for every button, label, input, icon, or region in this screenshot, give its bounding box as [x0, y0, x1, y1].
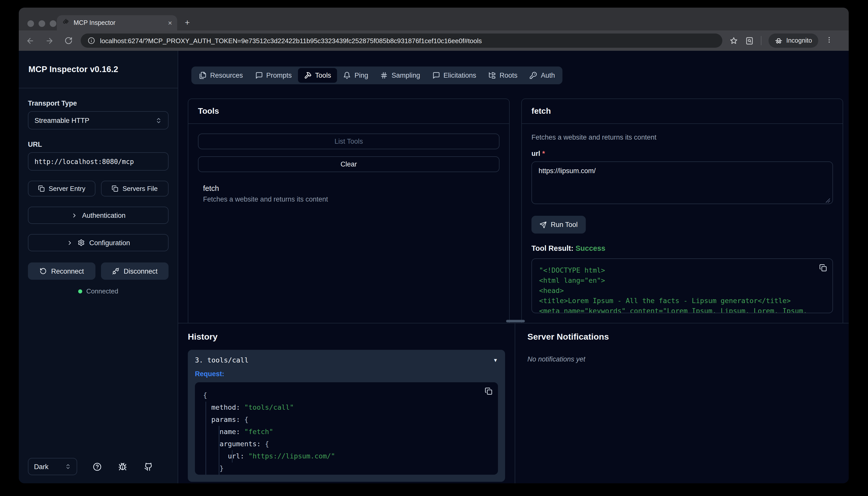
- hash-icon: [380, 72, 388, 79]
- incognito-badge: Incognito: [769, 33, 818, 48]
- zoom-window-button[interactable]: [50, 20, 56, 27]
- disconnect-button[interactable]: Disconnect: [101, 262, 169, 280]
- github-icon[interactable]: [144, 462, 153, 471]
- copy-request-icon[interactable]: [485, 387, 492, 395]
- minimize-window-button[interactable]: [38, 20, 45, 27]
- incognito-label: Incognito: [786, 37, 812, 44]
- history-title: History: [188, 332, 505, 342]
- theme-select[interactable]: Dark: [28, 458, 77, 475]
- send-icon: [540, 221, 547, 228]
- tool-name: fetch: [203, 184, 494, 192]
- back-icon[interactable]: [26, 36, 34, 45]
- run-tool-label: Run Tool: [551, 221, 578, 229]
- tab-sampling[interactable]: Sampling: [374, 68, 426, 83]
- connection-status: Connected: [28, 287, 169, 295]
- search-tabs-icon[interactable]: [745, 36, 754, 45]
- transport-type-label: Transport Type: [28, 99, 169, 107]
- nav-tabs: ResourcesPromptsToolsPingSamplingElicita…: [191, 66, 563, 84]
- resize-handle-icon[interactable]: [825, 198, 831, 203]
- authentication-label: Authentication: [82, 212, 125, 219]
- servers-file-button[interactable]: Servers File: [101, 181, 169, 197]
- hammer-icon: [304, 72, 312, 79]
- bell-icon: [343, 72, 351, 79]
- screenshot-root: MCP Inspector × +: [0, 0, 868, 496]
- app-title: MCP Inspector v0.16.2: [28, 64, 118, 74]
- url-label: URL: [28, 141, 169, 148]
- chevron-right-icon: [66, 239, 73, 246]
- history-entry[interactable]: 3. tools/call ▼ Request: { method: "tool…: [188, 350, 505, 482]
- list-tools-button[interactable]: List Tools: [198, 134, 500, 149]
- no-notifications-message: No notifications yet: [527, 355, 837, 363]
- tab-label: Elicitations: [443, 72, 476, 79]
- url-param-input[interactable]: https://lipsum.com/: [532, 161, 833, 204]
- tab-auth[interactable]: Auth: [524, 68, 561, 83]
- request-label: Request:: [195, 370, 498, 378]
- sidebar-footer: Dark: [28, 458, 169, 475]
- tab-ping[interactable]: Ping: [337, 68, 374, 83]
- tab-tools[interactable]: Tools: [298, 68, 337, 83]
- help-icon[interactable]: [93, 462, 101, 471]
- transport-type-select[interactable]: Streamable HTTP: [28, 111, 169, 129]
- authentication-button[interactable]: Authentication: [28, 207, 169, 224]
- bookmark-star-icon[interactable]: [729, 36, 738, 45]
- unplug-icon: [112, 267, 119, 275]
- site-info-icon[interactable]: [88, 37, 95, 44]
- new-tab-button[interactable]: +: [185, 18, 190, 27]
- copy-result-icon[interactable]: [819, 264, 827, 272]
- tab-label: Sampling: [392, 72, 420, 79]
- tab-prompts[interactable]: Prompts: [249, 68, 298, 83]
- sidebar: MCP Inspector v0.16.2 Transport Type Str…: [19, 51, 178, 483]
- collapse-caret-icon[interactable]: ▼: [493, 357, 498, 363]
- tab-label: Tools: [315, 72, 331, 79]
- reconnect-button[interactable]: Reconnect: [28, 262, 95, 280]
- reload-icon[interactable]: [64, 36, 73, 45]
- connected-dot: [78, 289, 82, 293]
- restart-icon: [40, 267, 46, 275]
- server-url-input[interactable]: http://localhost:8080/mcp: [28, 152, 169, 171]
- tab-title: MCP Inspector: [74, 19, 164, 26]
- server-entry-button[interactable]: Server Entry: [28, 181, 95, 197]
- tab-elicitations[interactable]: Elicitations: [426, 68, 482, 83]
- tools-panel-header: Tools: [188, 99, 509, 124]
- close-window-button[interactable]: [27, 20, 34, 27]
- json-line: url: "https://lipsum.com/": [203, 450, 478, 462]
- chevron-right-icon: [71, 212, 77, 219]
- tool-result-code: "<!DOCTYPE html> <html lang="en"> <head>…: [539, 265, 812, 313]
- main-content: ResourcesPromptsToolsPingSamplingElicita…: [178, 51, 849, 483]
- param-name: url: [532, 150, 540, 157]
- window-controls[interactable]: [27, 20, 56, 27]
- copy-icon: [112, 185, 119, 192]
- browser-menu-icon[interactable]: [825, 36, 833, 45]
- json-line: method: "tools/call": [203, 401, 478, 413]
- browser-window: MCP Inspector × +: [19, 7, 849, 483]
- tool-list-item[interactable]: fetchFetches a website and returns its c…: [203, 184, 494, 203]
- tool-detail-panel: fetch Fetches a website and returns its …: [521, 98, 843, 323]
- tools-panel: Tools List Tools Clear fetchFetches a we…: [188, 98, 510, 323]
- transport-type-value: Streamable HTTP: [34, 117, 89, 124]
- split-drag-handle[interactable]: [506, 320, 525, 322]
- json-line: arguments: {: [203, 438, 478, 450]
- tab-close-icon[interactable]: ×: [168, 19, 172, 27]
- tab-label: Prompts: [266, 72, 292, 79]
- reconnect-label: Reconnect: [51, 267, 84, 275]
- tab-roots[interactable]: Roots: [482, 68, 524, 83]
- clear-tools-button[interactable]: Clear: [198, 156, 500, 172]
- configuration-button[interactable]: Configuration: [28, 234, 169, 251]
- files-icon: [199, 72, 207, 79]
- gear-icon: [78, 239, 85, 246]
- tool-detail-title: fetch: [532, 107, 833, 116]
- tool-result-output: "<!DOCTYPE html> <html lang="en"> <head>…: [532, 259, 833, 313]
- tab-label: Roots: [500, 72, 518, 79]
- forward-icon[interactable]: [45, 36, 54, 45]
- browser-tab[interactable]: MCP Inspector ×: [57, 15, 177, 30]
- tool-detail-header: fetch: [522, 99, 842, 124]
- param-label: url*: [532, 150, 833, 157]
- bug-report-icon[interactable]: [119, 462, 127, 471]
- incognito-icon: [775, 36, 783, 45]
- tab-resources[interactable]: Resources: [193, 68, 249, 83]
- sidebar-header: MCP Inspector v0.16.2: [19, 51, 178, 88]
- run-tool-button[interactable]: Run Tool: [532, 216, 586, 234]
- browser-tab-strip: MCP Inspector × +: [19, 7, 849, 30]
- url-bar[interactable]: localhost:6274/?MCP_PROXY_AUTH_TOKEN=9e7…: [81, 33, 722, 48]
- request-json-lines: { method: "tools/call" params: { name: "…: [203, 389, 478, 474]
